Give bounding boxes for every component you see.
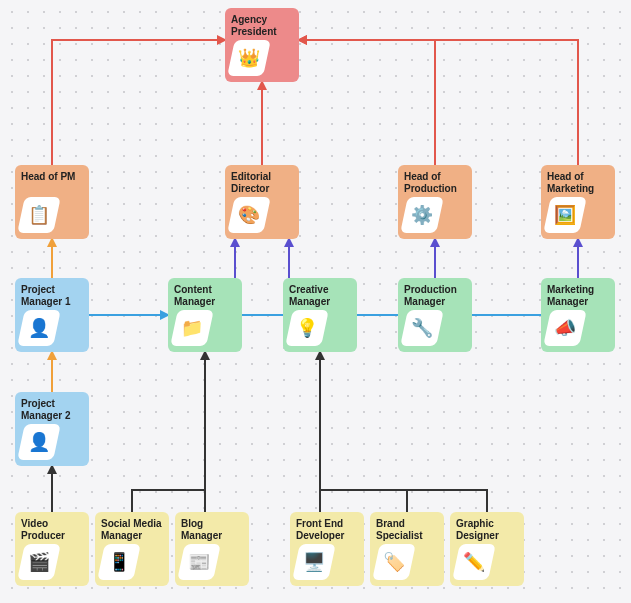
- node-creative-mgr[interactable]: Creative Manager💡: [283, 278, 357, 352]
- marketing-mgr-icon: 📣: [554, 319, 576, 337]
- connection: [299, 40, 435, 165]
- node-icon-wrap: 🏷️: [372, 544, 416, 580]
- pm1-icon: 👤: [28, 319, 50, 337]
- node-icon-wrap: 👤: [17, 424, 61, 460]
- node-head-marketing[interactable]: Head of Marketing🖼️: [541, 165, 615, 239]
- head-pm-icon: 📋: [28, 206, 50, 224]
- connection: [299, 40, 578, 165]
- node-label: Marketing Manager: [547, 284, 609, 308]
- node-head-production[interactable]: Head of Production⚙️: [398, 165, 472, 239]
- node-label: Content Manager: [174, 284, 236, 308]
- connection: [320, 352, 487, 512]
- node-pm2[interactable]: Project Manager 2👤: [15, 392, 89, 466]
- node-icon-wrap: 🔧: [400, 310, 444, 346]
- node-icon-wrap: 📰: [177, 544, 221, 580]
- node-pm1[interactable]: Project Manager 1👤: [15, 278, 89, 352]
- node-label: Creative Manager: [289, 284, 351, 308]
- node-marketing-mgr[interactable]: Marketing Manager📣: [541, 278, 615, 352]
- node-icon-wrap: 👤: [17, 310, 61, 346]
- video-producer-icon: 🎬: [28, 553, 50, 571]
- connection: [132, 352, 205, 512]
- creative-mgr-icon: 💡: [296, 319, 318, 337]
- node-label: Head of Marketing: [547, 171, 609, 195]
- node-agency-president[interactable]: Agency President👑: [225, 8, 299, 82]
- node-label: Social Media Manager: [101, 518, 163, 542]
- node-label: Editorial Director: [231, 171, 293, 195]
- node-social-media[interactable]: Social Media Manager📱: [95, 512, 169, 586]
- graphic-designer-icon: ✏️: [463, 553, 485, 571]
- org-chart-canvas: { "nodes": { "agency_president": { "labe…: [0, 0, 631, 603]
- node-icon-wrap: 🖥️: [292, 544, 336, 580]
- frontend-dev-icon: 🖥️: [303, 553, 325, 571]
- node-icon-wrap: 🎬: [17, 544, 61, 580]
- node-label: Head of PM: [21, 171, 83, 195]
- node-content-mgr[interactable]: Content Manager📁: [168, 278, 242, 352]
- node-icon-wrap: 🎨: [227, 197, 271, 233]
- head-production-icon: ⚙️: [411, 206, 433, 224]
- node-label: Project Manager 1: [21, 284, 83, 308]
- node-label: Agency President: [231, 14, 293, 38]
- node-icon-wrap: 💡: [285, 310, 329, 346]
- node-label: Head of Production: [404, 171, 466, 195]
- node-label: Production Manager: [404, 284, 466, 308]
- agency-president-icon: 👑: [238, 49, 260, 67]
- node-head-pm[interactable]: Head of PM📋: [15, 165, 89, 239]
- node-label: Video Producer: [21, 518, 83, 542]
- node-label: Front End Developer: [296, 518, 358, 542]
- node-icon-wrap: 📱: [97, 544, 141, 580]
- editorial-director-icon: 🎨: [238, 206, 260, 224]
- node-icon-wrap: 🖼️: [543, 197, 587, 233]
- node-label: Graphic Designer: [456, 518, 518, 542]
- node-graphic-designer[interactable]: Graphic Designer✏️: [450, 512, 524, 586]
- content-mgr-icon: 📁: [181, 319, 203, 337]
- node-icon-wrap: 📋: [17, 197, 61, 233]
- node-icon-wrap: ✏️: [452, 544, 496, 580]
- connection: [52, 40, 225, 165]
- brand-spec-icon: 🏷️: [383, 553, 405, 571]
- node-label: Blog Manager: [181, 518, 243, 542]
- node-production-mgr[interactable]: Production Manager🔧: [398, 278, 472, 352]
- node-icon-wrap: ⚙️: [400, 197, 444, 233]
- node-editorial-director[interactable]: Editorial Director🎨: [225, 165, 299, 239]
- node-brand-spec[interactable]: Brand Specialist🏷️: [370, 512, 444, 586]
- node-video-producer[interactable]: Video Producer🎬: [15, 512, 89, 586]
- social-media-icon: 📱: [108, 553, 130, 571]
- connection: [320, 352, 407, 512]
- production-mgr-icon: 🔧: [411, 319, 433, 337]
- blog-mgr-icon: 📰: [188, 553, 210, 571]
- node-frontend-dev[interactable]: Front End Developer🖥️: [290, 512, 364, 586]
- node-blog-mgr[interactable]: Blog Manager📰: [175, 512, 249, 586]
- node-label: Project Manager 2: [21, 398, 83, 422]
- node-label: Brand Specialist: [376, 518, 438, 542]
- head-marketing-icon: 🖼️: [554, 206, 576, 224]
- node-icon-wrap: 📣: [543, 310, 587, 346]
- node-icon-wrap: 📁: [170, 310, 214, 346]
- pm2-icon: 👤: [28, 433, 50, 451]
- node-icon-wrap: 👑: [227, 40, 271, 76]
